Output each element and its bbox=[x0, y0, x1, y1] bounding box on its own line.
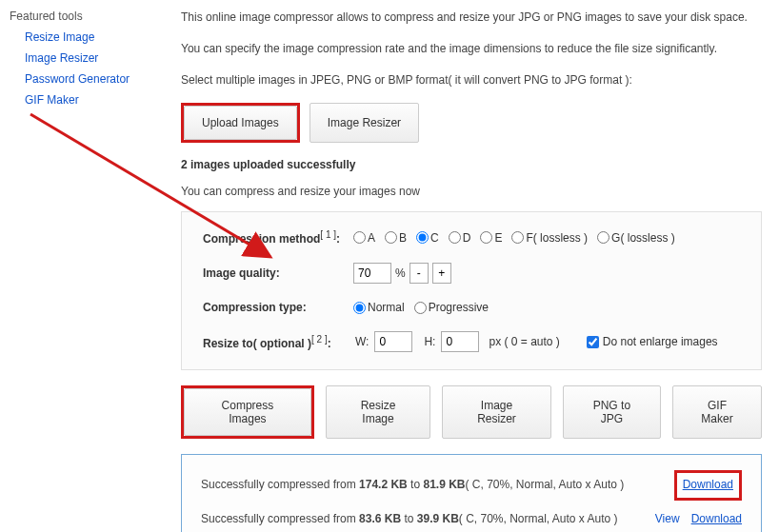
quality-minus-button[interactable]: - bbox=[409, 263, 429, 284]
method-c-radio[interactable] bbox=[416, 231, 429, 244]
upload-status: 2 images uploaded successfully bbox=[181, 158, 762, 171]
result-line-1: Successfully compressed from 174.2 KB to… bbox=[201, 470, 742, 500]
compress-highlight: Compress Images bbox=[181, 385, 314, 439]
main-content: This online image compressor allows to c… bbox=[175, 0, 779, 532]
upload-highlight: Upload Images bbox=[181, 103, 300, 143]
method-g-radio[interactable] bbox=[597, 231, 609, 244]
sidebar-item-password-generator[interactable]: Password Generator bbox=[25, 72, 130, 86]
resize-to-label: Resize to( optional )[ 2 ]: bbox=[203, 334, 353, 350]
method-c-label: C bbox=[430, 231, 439, 245]
method-f-label: F( lossless ) bbox=[526, 231, 588, 245]
method-a-label: A bbox=[368, 231, 375, 245]
hint-text: You can compress and resize your images … bbox=[181, 185, 762, 198]
sidebar-list: Resize Image Image Resizer Password Gene… bbox=[6, 30, 166, 107]
result-text-1: Successfully compressed from 174.2 KB to… bbox=[201, 476, 674, 494]
download-link-1[interactable]: Download bbox=[683, 478, 733, 491]
quality-plus-button[interactable]: + bbox=[432, 263, 451, 284]
do-not-enlarge-label: Do not enlarge images bbox=[603, 335, 718, 348]
type-progressive-radio[interactable] bbox=[414, 302, 427, 314]
height-input[interactable] bbox=[441, 331, 479, 352]
image-quality-label: Image quality: bbox=[203, 266, 353, 280]
type-progressive-label: Progressive bbox=[429, 301, 489, 314]
compression-type-label: Compression type: bbox=[203, 301, 353, 314]
method-e-radio[interactable] bbox=[480, 231, 492, 244]
do-not-enlarge-checkbox[interactable] bbox=[587, 336, 599, 348]
width-label: W: bbox=[355, 335, 369, 348]
method-b-radio[interactable] bbox=[385, 231, 397, 244]
method-d-radio[interactable] bbox=[449, 231, 461, 244]
compression-method-label: Compression method[ 1 ]: bbox=[203, 229, 353, 246]
top-button-row: Upload Images Image Resizer bbox=[181, 103, 762, 143]
intro-p3: Select multiple images in JPEG, PNG or B… bbox=[181, 72, 762, 89]
compression-type-options: Normal Progressive bbox=[353, 301, 494, 314]
sidebar-item-image-resizer[interactable]: Image Resizer bbox=[25, 51, 98, 65]
method-d-label: D bbox=[463, 231, 471, 245]
png-to-jpg-button[interactable]: PNG to JPG bbox=[563, 385, 661, 439]
result-actions-1: Download bbox=[674, 470, 742, 500]
action-button-row: Compress Images Resize Image Image Resiz… bbox=[181, 385, 762, 439]
method-f-radio[interactable] bbox=[511, 231, 524, 244]
sidebar-item-gif-maker[interactable]: GIF Maker bbox=[25, 93, 79, 107]
compression-type-row: Compression type: Normal Progressive bbox=[203, 301, 740, 314]
options-panel: Compression method[ 1 ]: A B C D E F( lo… bbox=[181, 211, 762, 370]
view-link-2[interactable]: View bbox=[655, 510, 680, 528]
method-b-label: B bbox=[399, 231, 407, 245]
height-label: H: bbox=[424, 335, 435, 348]
result-line-2: Successfully compressed from 83.6 KB to … bbox=[201, 510, 742, 528]
method-a-radio[interactable] bbox=[353, 231, 366, 244]
sidebar-item-resize-image[interactable]: Resize Image bbox=[25, 30, 94, 44]
width-input[interactable] bbox=[374, 331, 412, 352]
download-link-2[interactable]: Download bbox=[691, 510, 742, 528]
percent-label: % bbox=[395, 266, 406, 280]
sidebar-title: Featured tools bbox=[6, 10, 166, 23]
download-highlight: Download bbox=[674, 470, 742, 500]
compression-method-row: Compression method[ 1 ]: A B C D E F( lo… bbox=[203, 229, 740, 246]
image-resizer-button-2[interactable]: Image Resizer bbox=[442, 385, 550, 439]
intro-p2: You can specify the image compression ra… bbox=[181, 41, 762, 57]
image-resizer-button[interactable]: Image Resizer bbox=[310, 103, 419, 143]
method-e-label: E bbox=[494, 231, 502, 245]
quality-input[interactable] bbox=[353, 263, 391, 284]
resize-to-row: Resize to( optional )[ 2 ]: W: H: px ( 0… bbox=[203, 331, 740, 352]
upload-images-button[interactable]: Upload Images bbox=[184, 106, 297, 140]
compression-method-options: A B C D E F( lossless ) G( lossless ) bbox=[353, 231, 681, 245]
gif-maker-button[interactable]: GIF Maker bbox=[672, 385, 762, 439]
result-text-2: Successfully compressed from 83.6 KB to … bbox=[201, 510, 655, 528]
type-normal-radio[interactable] bbox=[353, 302, 366, 314]
type-normal-label: Normal bbox=[368, 301, 405, 314]
px-note: px ( 0 = auto ) bbox=[489, 335, 559, 348]
sidebar: Featured tools Resize Image Image Resize… bbox=[0, 0, 175, 532]
results-panel: Successfully compressed from 174.2 KB to… bbox=[181, 454, 762, 532]
resize-image-button[interactable]: Resize Image bbox=[326, 385, 431, 439]
method-g-label: G( lossless ) bbox=[611, 231, 675, 245]
image-quality-row: Image quality: % - + bbox=[203, 263, 740, 284]
resize-to-controls: W: H: px ( 0 = auto ) Do not enlarge ima… bbox=[353, 331, 718, 352]
intro-p1: This online image compressor allows to c… bbox=[181, 10, 762, 26]
image-quality-controls: % - + bbox=[353, 263, 451, 284]
result-actions-2: View Download bbox=[655, 510, 742, 528]
compress-images-button[interactable]: Compress Images bbox=[184, 388, 311, 436]
